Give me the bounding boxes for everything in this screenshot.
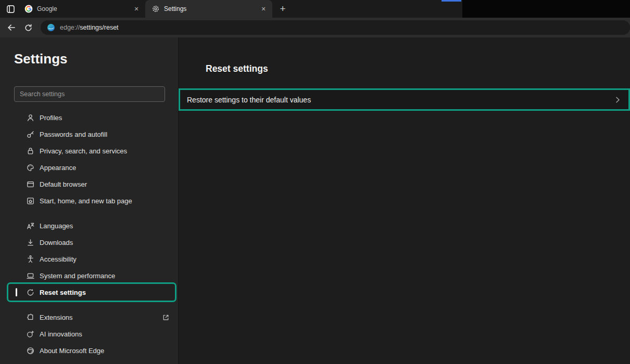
sidebar-item-about[interactable]: About Microsoft Edge [8,342,175,359]
back-arrow-icon [7,23,16,32]
sidebar-item-label: System and performance [40,272,115,280]
lock-icon [26,147,35,155]
address-bar[interactable]: edge://settings/reset [41,20,630,35]
sidebar-item-start-home[interactable]: Start, home, and new tab page [8,192,175,209]
tab-strip: Google ✕ Settings ✕ + [0,0,630,18]
reset-icon [26,288,35,297]
close-icon[interactable]: ✕ [259,4,268,14]
tab-google[interactable]: Google ✕ [18,0,145,18]
search-input[interactable] [20,90,159,98]
tab-settings[interactable]: Settings ✕ [145,0,272,18]
search-settings-box[interactable] [14,86,165,102]
edge-logo-icon [26,346,35,355]
sidebar-item-label: Extensions [40,314,73,321]
sidebar-item-passwords[interactable]: Passwords and autofill [8,126,175,142]
palette-icon [26,163,35,172]
sidebar-item-label: Default browser [40,180,87,188]
chevron-right-icon [613,96,622,104]
section-title: Reset settings [206,63,630,74]
sidebar-item-default-browser[interactable]: Default browser [8,176,175,192]
people-icon [26,113,35,122]
settings-page: Settings Profiles Passwords and autofill [0,37,630,364]
settings-main-panel: Reset settings Restore settings to their… [179,37,630,364]
home-window-icon [26,197,35,205]
desktop-backdrop [462,0,630,18]
sidebar-item-accessibility[interactable]: Accessibility [8,251,175,267]
download-icon [26,238,35,247]
sidebar-item-ai-innovations[interactable]: AI innovations [8,326,175,342]
browser-toolbar: edge://settings/reset [0,18,630,37]
page-title: Settings [14,51,178,67]
key-icon [26,130,35,139]
accent-line [442,0,461,2]
sidebar-item-languages[interactable]: Languages [8,217,175,234]
sidebar-item-appearance[interactable]: Appearance [8,159,175,176]
puzzle-icon [26,313,35,322]
sidebar-item-label: Downloads [40,239,73,246]
workspaces-icon [6,5,15,14]
gear-favicon [152,5,160,13]
close-icon[interactable]: ✕ [132,4,141,14]
tab-title: Settings [164,5,259,12]
sidebar-item-label: About Microsoft Edge [40,347,104,355]
url-path: settings/reset [80,24,118,31]
sidebar-item-label: Languages [40,222,73,230]
sidebar-item-downloads[interactable]: Downloads [8,234,175,251]
tab-title: Google [37,5,132,12]
sidebar-item-system[interactable]: System and performance [8,267,175,284]
sidebar-nav: Profiles Passwords and autofill Privacy,… [0,109,178,359]
restore-settings-row[interactable]: Restore settings to their default values [179,88,630,111]
sidebar-item-privacy[interactable]: Privacy, search, and services [8,142,175,159]
sidebar-item-label: Start, home, and new tab page [40,197,132,205]
sidebar-item-label: Appearance [40,164,76,172]
sidebar-item-extensions[interactable]: Extensions [8,309,175,326]
sidebar-item-label: Profiles [40,114,62,122]
new-tab-button[interactable]: + [275,2,290,16]
restore-settings-label: Restore settings to their default values [187,96,311,104]
url-text: edge://settings/reset [60,24,119,31]
edge-page-icon [47,23,55,32]
translate-icon [26,222,35,230]
sidebar-item-label: Privacy, search, and services [40,147,127,155]
url-scheme: edge:// [60,24,80,31]
accessibility-icon [26,255,35,264]
tab-search-button[interactable] [3,1,18,17]
sidebar-item-label: AI innovations [40,330,82,338]
settings-sidebar: Settings Profiles Passwords and autofill [0,37,179,364]
ai-sparkle-icon [26,330,35,339]
sidebar-item-label: Passwords and autofill [40,131,107,138]
back-button[interactable] [3,19,20,36]
google-favicon [24,5,33,13]
sidebar-item-reset-settings[interactable]: Reset settings [8,284,175,301]
external-link-icon [162,314,170,321]
browser-window-icon [26,180,35,189]
sidebar-item-label: Reset settings [40,289,86,296]
laptop-icon [26,271,35,280]
sidebar-item-label: Accessibility [40,255,77,263]
sidebar-item-profiles[interactable]: Profiles [8,109,175,126]
refresh-button[interactable] [20,19,36,36]
refresh-icon [24,23,33,32]
